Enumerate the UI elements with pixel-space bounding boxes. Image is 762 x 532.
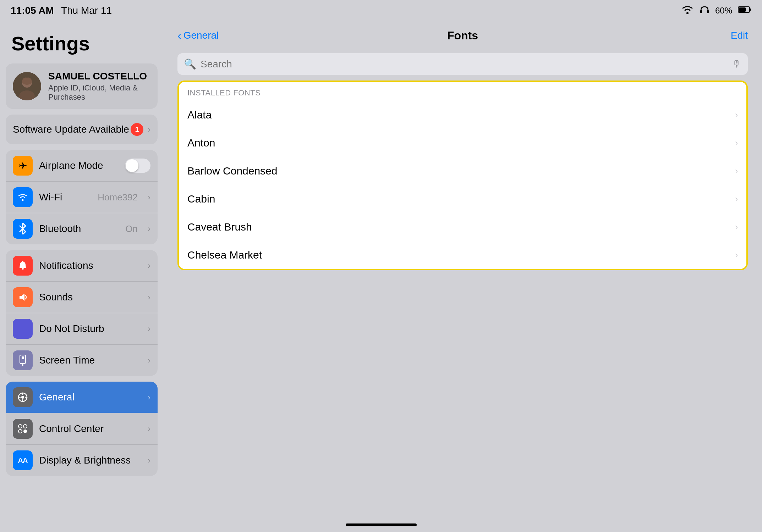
wifi-settings-icon: [13, 187, 33, 207]
wifi-row[interactable]: Wi-Fi Home392 ›: [6, 182, 158, 213]
bluetooth-label: Bluetooth: [39, 223, 119, 234]
do-not-disturb-chevron-icon: ›: [148, 324, 150, 334]
bluetooth-icon: [13, 219, 33, 239]
svg-point-0: [686, 12, 689, 14]
display-brightness-icon: AA: [13, 450, 33, 470]
sounds-row[interactable]: Sounds ›: [6, 282, 158, 313]
svg-point-9: [22, 199, 24, 201]
screen-time-chevron-icon: ›: [148, 355, 150, 365]
battery-icon: [738, 6, 751, 16]
notifications-label: Notifications: [39, 260, 141, 271]
nav-edit-button[interactable]: Edit: [731, 30, 748, 41]
svg-rect-13: [22, 356, 24, 359]
notifications-group: Notifications › Sounds ›: [6, 250, 158, 376]
connectivity-group: ✈ Airplane Mode Wi-Fi Home392 ›: [6, 150, 158, 244]
general-icon: [13, 387, 33, 407]
fonts-panel: ‹ General Fonts Edit 🔍 🎙 INSTALLED FONTS…: [163, 21, 762, 532]
font-chevron-icon: ›: [735, 110, 738, 120]
control-center-chevron-icon: ›: [148, 424, 150, 434]
airplane-mode-label: Airplane Mode: [39, 160, 119, 171]
svg-rect-4: [750, 9, 751, 11]
svg-point-21: [18, 425, 22, 428]
sidebar-title: Settings: [6, 28, 158, 63]
sounds-label: Sounds: [39, 292, 141, 303]
screen-time-icon: [13, 350, 33, 370]
svg-rect-5: [739, 7, 746, 12]
sidebar: Settings SAMUEL COSTELLO Apple ID, iClou…: [0, 21, 163, 532]
airplane-mode-icon: ✈: [13, 156, 33, 176]
bluetooth-row[interactable]: Bluetooth On ›: [6, 213, 158, 244]
display-brightness-row[interactable]: AA Display & Brightness ›: [6, 445, 158, 476]
do-not-disturb-icon: [13, 319, 33, 339]
screen-time-row[interactable]: Screen Time ›: [6, 345, 158, 376]
status-icons: 60%: [681, 5, 751, 17]
font-chevron-icon: ›: [735, 166, 738, 176]
svg-point-22: [23, 425, 27, 428]
general-group: General › Control Center › AA Display &: [6, 382, 158, 476]
profile-card[interactable]: SAMUEL COSTELLO Apple ID, iCloud, Media …: [6, 63, 158, 109]
font-chevron-icon: ›: [735, 194, 738, 204]
fonts-card: INSTALLED FONTS Alata › Anton › Barlow C…: [177, 81, 748, 270]
font-name: Chelsea Market: [187, 249, 735, 261]
main-layout: Settings SAMUEL COSTELLO Apple ID, iClou…: [0, 21, 762, 532]
font-row[interactable]: Barlow Condensed ›: [179, 157, 746, 185]
profile-name: SAMUEL COSTELLO: [48, 71, 150, 82]
bluetooth-chevron-icon: ›: [148, 224, 150, 234]
update-badge: 1: [131, 123, 143, 136]
status-bar: 11:05 AM Thu Mar 11 60%: [0, 0, 762, 21]
status-time: 11:05 AM: [11, 5, 54, 16]
do-not-disturb-label: Do Not Disturb: [39, 323, 141, 334]
microphone-icon[interactable]: 🎙: [732, 59, 741, 70]
wifi-chevron-icon: ›: [148, 192, 150, 202]
font-chevron-icon: ›: [735, 250, 738, 260]
display-brightness-chevron-icon: ›: [148, 455, 150, 465]
sidebar-spacer: [6, 482, 158, 496]
avatar: [13, 72, 41, 100]
svg-point-16: [21, 396, 24, 399]
wifi-label: Wi-Fi: [39, 192, 91, 203]
svg-rect-1: [700, 10, 702, 13]
search-input[interactable]: [201, 59, 728, 70]
font-row[interactable]: Caveat Brush ›: [179, 213, 746, 241]
display-brightness-label: Display & Brightness: [39, 455, 141, 466]
font-name: Barlow Condensed: [187, 165, 735, 177]
profile-info: SAMUEL COSTELLO Apple ID, iCloud, Media …: [48, 71, 150, 102]
svg-rect-10: [22, 268, 24, 270]
bluetooth-value: On: [125, 223, 138, 234]
font-chevron-icon: ›: [735, 222, 738, 232]
font-name: Alata: [187, 109, 735, 121]
font-row[interactable]: Anton ›: [179, 129, 746, 157]
font-name: Cabin: [187, 193, 735, 205]
nav-back-label: General: [183, 30, 219, 41]
notifications-chevron-icon: ›: [148, 261, 150, 271]
headphones-icon: [700, 5, 709, 17]
update-chevron-icon: ›: [148, 124, 150, 134]
battery-text: 60%: [715, 6, 732, 16]
svg-point-24: [23, 430, 27, 433]
nav-title: Fonts: [447, 29, 478, 42]
fonts-content: INSTALLED FONTS Alata › Anton › Barlow C…: [163, 81, 762, 532]
svg-rect-11: [22, 261, 23, 262]
software-update-card[interactable]: Software Update Available 1 ›: [6, 115, 158, 144]
nav-back-chevron-icon: ‹: [177, 29, 181, 42]
notifications-row[interactable]: Notifications ›: [6, 250, 158, 282]
airplane-mode-toggle[interactable]: [125, 159, 150, 173]
do-not-disturb-row[interactable]: Do Not Disturb ›: [6, 313, 158, 345]
general-chevron-icon: ›: [148, 392, 150, 402]
status-date: Thu Mar 11: [61, 5, 112, 16]
general-row[interactable]: General ›: [6, 382, 158, 413]
svg-rect-2: [707, 10, 709, 13]
font-row[interactable]: Chelsea Market ›: [179, 241, 746, 269]
search-bar[interactable]: 🔍 🎙: [177, 53, 748, 75]
control-center-row[interactable]: Control Center ›: [6, 413, 158, 445]
font-row[interactable]: Alata ›: [179, 101, 746, 129]
wifi-icon: [681, 5, 694, 17]
nav-back-button[interactable]: ‹ General: [177, 29, 219, 42]
font-name: Caveat Brush: [187, 221, 735, 233]
sounds-chevron-icon: ›: [148, 292, 150, 302]
font-chevron-icon: ›: [735, 138, 738, 148]
airplane-mode-row[interactable]: ✈ Airplane Mode: [6, 150, 158, 182]
font-row[interactable]: Cabin ›: [179, 185, 746, 213]
control-center-label: Control Center: [39, 423, 141, 434]
profile-subtitle: Apple ID, iCloud, Media & Purchases: [48, 83, 150, 102]
